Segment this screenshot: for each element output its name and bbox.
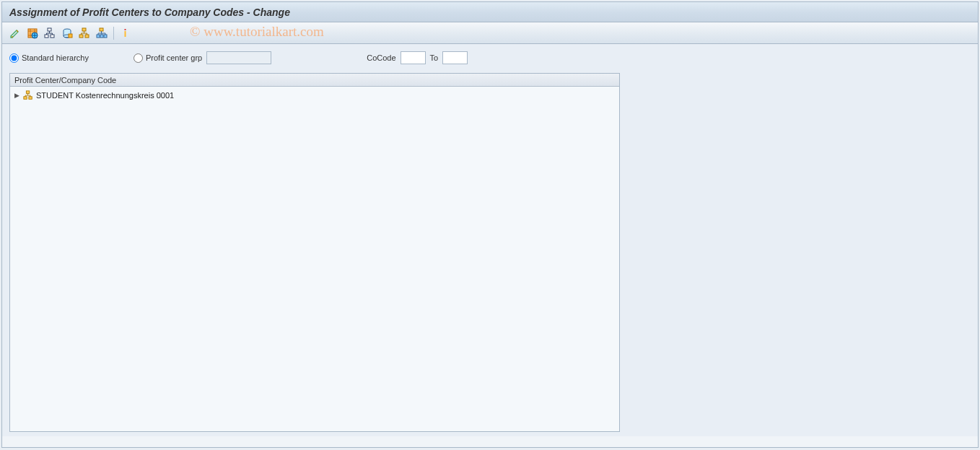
select-all-button[interactable] — [25, 26, 40, 40]
svg-rect-3 — [45, 35, 48, 38]
tree-item-label: STUDENT Kostenrechnungskreis 0001 — [36, 91, 174, 100]
svg-rect-9 — [79, 35, 83, 38]
select-all-icon — [27, 27, 38, 39]
info-icon — [120, 27, 131, 39]
pencil-display-change-icon — [9, 27, 21, 39]
standard-hierarchy-radio-group[interactable]: Standard hierarchy — [9, 53, 89, 63]
title-bar: Assignment of Profit Centers to Company … — [2, 2, 978, 22]
expand-icon[interactable]: ▶ — [13, 92, 20, 99]
svg-rect-14 — [104, 35, 107, 38]
hierarchy-icon — [44, 27, 56, 39]
hierarchy-node-icon — [23, 90, 33, 100]
page-title: Assignment of Profit Centers to Company … — [9, 7, 290, 18]
svg-rect-10 — [85, 35, 89, 38]
content-area: Standard hierarchy Profit center grp CoC… — [2, 44, 978, 436]
tree-body: ▶ STUDENT Kostenrechnungskreis 0001 — [10, 87, 619, 103]
profit-center-grp-input[interactable] — [206, 51, 271, 64]
svg-rect-11 — [100, 28, 103, 31]
to-label: To — [430, 53, 439, 62]
tree-row[interactable]: ▶ STUDENT Kostenrechnungskreis 0001 — [13, 89, 616, 101]
hierarchy-tree-icon — [79, 27, 90, 39]
standard-hierarchy-radio[interactable] — [9, 53, 19, 63]
svg-rect-18 — [24, 96, 27, 99]
svg-rect-16 — [125, 31, 126, 37]
svg-rect-13 — [100, 35, 103, 38]
toolbar: © www.tutorialkart.com — [2, 22, 978, 44]
storage-button[interactable] — [60, 26, 74, 40]
expand-tree-button[interactable] — [77, 26, 92, 40]
svg-rect-8 — [82, 28, 86, 31]
svg-rect-19 — [29, 96, 32, 99]
svg-rect-12 — [97, 35, 100, 38]
app-window: Assignment of Profit Centers to Company … — [1, 1, 979, 448]
org-chart-icon — [96, 27, 108, 39]
profit-center-grp-radio[interactable] — [134, 53, 143, 63]
tree-panel: Profit Center/Company Code ▶ STUDENT Kos… — [9, 73, 620, 432]
cocode-from-input[interactable] — [401, 51, 426, 64]
standard-hierarchy-label: Standard hierarchy — [22, 53, 89, 62]
selection-row: Standard hierarchy Profit center grp CoC… — [9, 51, 971, 64]
info-button[interactable] — [118, 26, 133, 40]
storage-icon — [61, 27, 73, 39]
watermark: © www.tutorialkart.com — [190, 24, 324, 40]
svg-rect-2 — [48, 28, 51, 31]
display-change-button[interactable] — [8, 26, 22, 40]
svg-rect-17 — [26, 90, 29, 93]
svg-rect-4 — [51, 35, 54, 38]
cocode-to-input[interactable] — [442, 51, 468, 64]
svg-rect-15 — [125, 29, 126, 30]
hierarchy-select-button[interactable] — [43, 26, 57, 40]
org-chart-button[interactable] — [95, 26, 109, 40]
toolbar-separator — [113, 27, 114, 40]
profit-center-grp-radio-group[interactable]: Profit center grp — [134, 53, 202, 63]
svg-rect-7 — [69, 34, 72, 38]
profit-center-grp-label: Profit center grp — [146, 53, 202, 62]
tree-column-header: Profit Center/Company Code — [10, 74, 619, 87]
cocode-label: CoCode — [367, 53, 395, 62]
